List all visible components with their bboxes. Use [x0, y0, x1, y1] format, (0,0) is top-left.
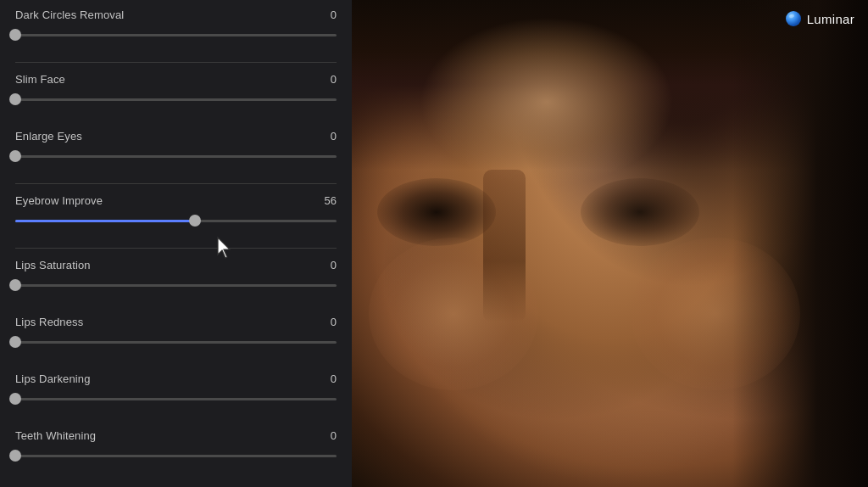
app-name-text: Luminar: [807, 12, 854, 26]
dark-circles-label: Dark Circles Removal: [15, 8, 124, 21]
lips-redness-value: 0: [316, 316, 337, 328]
teeth-whitening-slider[interactable]: [15, 447, 337, 464]
lips-darkening-track: [15, 398, 337, 400]
lips-saturation-slider[interactable]: [15, 277, 337, 294]
lips-darkening-label: Lips Darkening: [15, 372, 91, 385]
lips-redness-group: Lips Redness 0: [0, 309, 352, 366]
eyebrow-improve-thumb[interactable]: [189, 215, 201, 227]
slim-face-slider[interactable]: [15, 91, 337, 108]
dark-circles-slider[interactable]: [15, 26, 337, 43]
lips-redness-slider[interactable]: [15, 333, 337, 350]
lips-saturation-thumb[interactable]: [9, 279, 21, 291]
dark-circles-thumb[interactable]: [9, 29, 21, 41]
photo-area: [352, 0, 868, 487]
luminar-logo: Luminar: [785, 10, 854, 27]
slim-face-group: Slim Face 0: [0, 66, 352, 123]
enlarge-eyes-value: 0: [316, 130, 337, 143]
teeth-whitening-value: 0: [316, 429, 337, 442]
face-photo: [352, 0, 868, 487]
lips-darkening-thumb[interactable]: [9, 393, 21, 405]
divider-2: [15, 183, 337, 184]
panel-content: Dark Circles Removal 0 Slim Face 0: [0, 0, 352, 487]
slim-face-value: 0: [316, 73, 337, 86]
svg-point-0: [786, 11, 801, 26]
enlarge-eyes-label: Enlarge Eyes: [15, 130, 82, 143]
teeth-whitening-track: [15, 455, 337, 457]
lips-saturation-track: [15, 284, 337, 287]
lips-saturation-group: Lips Saturation 0: [0, 252, 352, 309]
teeth-whitening-label: Teeth Whitening: [15, 429, 96, 442]
enlarge-eyes-slider[interactable]: [15, 148, 337, 165]
lips-redness-label: Lips Redness: [15, 316, 83, 328]
eyebrow-improve-group: Eyebrow Improve 56: [0, 188, 352, 244]
lips-redness-thumb[interactable]: [9, 336, 21, 348]
slim-face-thumb[interactable]: [9, 93, 21, 105]
app-container: Dark Circles Removal 0 Slim Face 0: [0, 0, 868, 487]
lips-darkening-group: Lips Darkening 0: [0, 366, 352, 423]
dark-circles-top-partial: Dark Circles Removal 0: [0, 8, 352, 59]
luminar-sphere-icon: [785, 10, 802, 27]
enlarge-eyes-thumb[interactable]: [9, 150, 21, 162]
lips-saturation-label: Lips Saturation: [15, 259, 91, 271]
eyebrow-improve-track: [15, 220, 337, 222]
divider-1: [15, 62, 337, 63]
dark-circles-value: 0: [316, 8, 337, 21]
dark-circles-track: [15, 34, 337, 36]
eyebrow-improve-label: Eyebrow Improve: [15, 194, 103, 207]
lips-redness-track: [15, 341, 337, 344]
teeth-whitening-thumb[interactable]: [9, 450, 21, 462]
slim-face-track: [15, 98, 337, 101]
eyebrow-improve-value: 56: [316, 194, 337, 207]
slim-face-label: Slim Face: [15, 73, 65, 86]
enlarge-eyes-group: Enlarge Eyes 0: [0, 123, 352, 180]
lips-saturation-value: 0: [316, 259, 337, 271]
side-panel: Dark Circles Removal 0 Slim Face 0: [0, 0, 352, 487]
divider-3: [15, 248, 337, 249]
lips-darkening-slider[interactable]: [15, 390, 337, 407]
lips-darkening-value: 0: [316, 372, 337, 385]
teeth-whitening-group: Teeth Whitening 0: [0, 423, 352, 479]
enlarge-eyes-track: [15, 155, 337, 158]
eyebrow-improve-slider[interactable]: [15, 212, 337, 229]
